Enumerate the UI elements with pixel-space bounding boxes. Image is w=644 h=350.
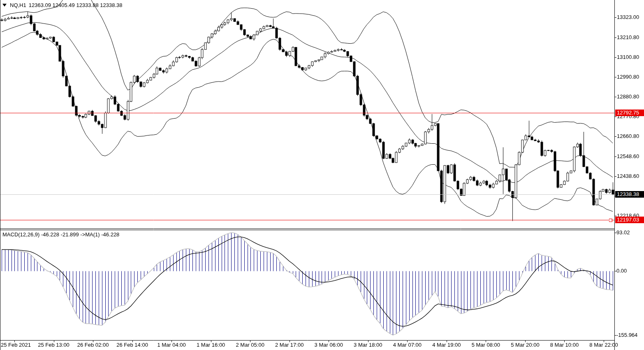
trading-chart-canvas[interactable] [0,0,644,350]
